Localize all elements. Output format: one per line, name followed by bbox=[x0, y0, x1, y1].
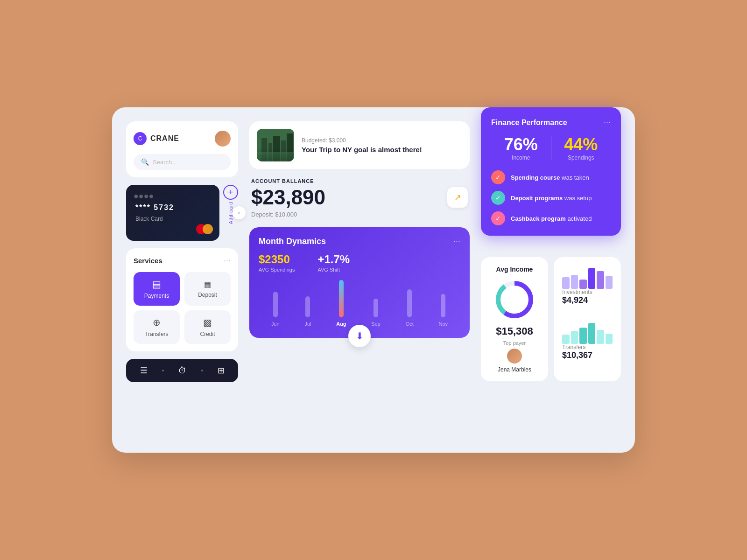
bar-nov-label: Nov bbox=[439, 321, 448, 327]
search-icon: 🔍 bbox=[141, 158, 149, 166]
avg-shift-label: AVG Shift bbox=[317, 267, 350, 273]
bar-nov-bar bbox=[441, 294, 445, 317]
brand-name: CRANE bbox=[150, 134, 179, 143]
svg-rect-3 bbox=[273, 136, 280, 161]
achievement-deposit: ✓ Deposit programs was setup bbox=[491, 191, 611, 205]
income-stat: 76% Income bbox=[491, 135, 551, 161]
download-button[interactable]: ⬇ bbox=[348, 325, 371, 347]
app-container: C CRANE 🔍 Search... ●●●● **** 5732 Black… bbox=[112, 107, 635, 453]
trip-title: Your Trip to NY goal is almost there! bbox=[302, 146, 422, 154]
spendings-stat: 44% Spendings bbox=[551, 135, 611, 161]
achievement-deposit-text: Deposit programs was setup bbox=[511, 195, 592, 202]
mastercard-logo bbox=[196, 224, 213, 234]
account-label-bold: ACCOUNT bbox=[251, 178, 280, 184]
spendings-label: Spendings bbox=[551, 154, 611, 161]
card-section: ●●●● **** 5732 Black Card + Add card ‹ bbox=[126, 185, 238, 241]
bar-jul-bar bbox=[305, 296, 310, 317]
dynamics-card: Month Dynamics ··· $2350 AVG Spendings +… bbox=[249, 227, 470, 338]
top-payer-name: Jena Marbles bbox=[489, 366, 540, 373]
balance-row: $23,890 ↗ bbox=[251, 184, 468, 211]
trend-button[interactable]: ↗ bbox=[447, 187, 468, 208]
nav-clock-icon[interactable]: ⏱ bbox=[178, 366, 187, 376]
search-placeholder: Search... bbox=[153, 159, 177, 166]
spendings-value: 44% bbox=[551, 135, 611, 154]
deposit-label: Deposit bbox=[198, 292, 217, 298]
bar-jul: Jul bbox=[304, 296, 311, 327]
investments-label: Investments bbox=[562, 289, 613, 295]
bar-sep-bar bbox=[374, 299, 378, 317]
add-card-icon: + bbox=[223, 185, 238, 200]
deposit-icon: ▦ bbox=[204, 280, 211, 289]
bar-jul-label: Jul bbox=[304, 321, 311, 327]
card-type: Black Card bbox=[135, 216, 210, 222]
inv-bar-3 bbox=[579, 280, 587, 289]
nav-dot-1 bbox=[162, 370, 164, 371]
inv-bar-1 bbox=[562, 277, 570, 289]
achievement-deposit-icon: ✓ bbox=[491, 191, 505, 205]
card-number: **** 5732 bbox=[135, 203, 210, 212]
deposit-label: Deposit: $10,000 bbox=[251, 211, 468, 218]
achievement-spending-icon: ✓ bbox=[491, 170, 505, 184]
top-payer-label: Top payer bbox=[489, 340, 540, 346]
payments-icon: ▤ bbox=[152, 279, 161, 290]
income-value: 76% bbox=[491, 135, 551, 154]
balance-section: ACCOUNT BALLANCE $23,890 ↗ Deposit: $10,… bbox=[249, 178, 470, 218]
collapse-button[interactable]: ‹ bbox=[233, 206, 246, 219]
achievement-cashback-icon: ✓ bbox=[491, 211, 505, 225]
right-column: Finance Performance ··· 76% Income 44% S… bbox=[481, 121, 621, 439]
credit-label: Credit bbox=[200, 331, 215, 337]
credit-icon: ▩ bbox=[203, 317, 212, 328]
download-icon: ⬇ bbox=[356, 330, 364, 342]
nav-grid-icon[interactable]: ⊞ bbox=[218, 365, 225, 376]
achievement-list: ✓ Spending course was taken ✓ Deposit pr… bbox=[491, 170, 611, 225]
services-menu-button[interactable]: ··· bbox=[224, 256, 231, 266]
avg-shift-stat: +1.7% AVG Shift bbox=[317, 253, 350, 273]
bar-oct-label: Oct bbox=[406, 321, 414, 327]
inv-bar-5 bbox=[597, 271, 604, 289]
bar-aug-label: Aug bbox=[336, 321, 346, 327]
dynamics-header: Month Dynamics ··· bbox=[259, 237, 460, 246]
finance-menu-button[interactable]: ··· bbox=[604, 118, 611, 127]
tr-bar-2 bbox=[571, 331, 578, 344]
trip-budgeted: Budgeted: $3,000 bbox=[302, 137, 422, 144]
tr-bar-1 bbox=[562, 335, 570, 344]
nav-list-icon[interactable]: ☰ bbox=[140, 365, 148, 376]
service-payments[interactable]: ▤ Payments bbox=[134, 272, 180, 306]
bar-oct: Oct bbox=[406, 289, 414, 327]
bar-jun-label: Jun bbox=[271, 321, 280, 327]
inv-bar-6 bbox=[606, 276, 613, 289]
top-payer-avatar bbox=[507, 349, 522, 364]
dynamics-menu-button[interactable]: ··· bbox=[453, 237, 460, 246]
achievement-spending-text: Spending course was taken bbox=[511, 174, 589, 181]
service-credit[interactable]: ▩ Credit bbox=[184, 310, 231, 344]
transfers-label: Transfers bbox=[145, 331, 168, 337]
balance-amount: $23,890 bbox=[251, 186, 325, 209]
bar-sep: Sep bbox=[371, 299, 381, 327]
avg-spendings-stat: $2350 AVG Spendings bbox=[259, 253, 295, 273]
avg-shift-value: +1.7% bbox=[317, 253, 350, 266]
inv-bar-4 bbox=[588, 268, 596, 289]
brand-icon: C bbox=[134, 132, 147, 145]
bar-jun-bar bbox=[273, 292, 278, 317]
svg-rect-1 bbox=[261, 138, 267, 161]
services-title: Services bbox=[134, 257, 162, 265]
bar-nov: Nov bbox=[439, 294, 448, 327]
service-transfers[interactable]: ⊕ Transfers bbox=[134, 310, 180, 344]
finance-title: Finance Performance bbox=[491, 119, 567, 127]
account-label-normal: BALLANCE bbox=[282, 178, 314, 184]
bar-aug: Aug bbox=[336, 280, 346, 327]
stat-divider bbox=[306, 253, 306, 273]
nav-dot-2 bbox=[201, 370, 203, 371]
bar-jun: Jun bbox=[271, 292, 280, 327]
dynamics-title: Month Dynamics bbox=[259, 237, 326, 246]
tr-bar-3 bbox=[579, 328, 587, 344]
main-content: Budgeted: $3,000 Your Trip to NY goal is… bbox=[249, 121, 470, 439]
services-card: Services ··· ▤ Payments ▦ Deposit ⊕ Tran… bbox=[126, 248, 238, 351]
avg-spendings-value: $2350 bbox=[259, 253, 295, 266]
search-box[interactable]: 🔍 Search... bbox=[134, 154, 231, 170]
trip-image bbox=[257, 129, 294, 161]
transfers-label: Transfers bbox=[562, 344, 613, 350]
bottom-cards: Avg Income $15,308 Top payer bbox=[481, 257, 621, 381]
service-deposit[interactable]: ▦ Deposit bbox=[184, 272, 231, 306]
income-amount: $15,308 bbox=[489, 325, 540, 337]
